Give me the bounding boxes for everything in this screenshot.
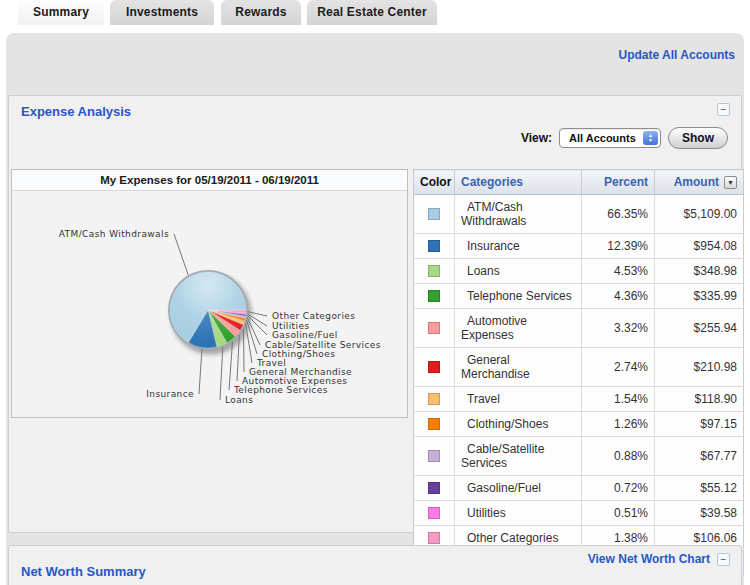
expense-table: Color Categories Percent Amount ▼ ATM/Ca… xyxy=(413,169,744,576)
expense-table-body: ATM/Cash Withdrawals66.35%$5,109.00Insur… xyxy=(414,195,744,576)
tab-summary[interactable]: Summary xyxy=(18,0,104,25)
category-cell: Insurance xyxy=(455,234,582,259)
color-cell xyxy=(414,284,455,309)
pie-slice-label: Automotive Expenses xyxy=(242,376,347,386)
pie-slice-label: Other Categories xyxy=(272,311,355,321)
category-cell: Clothing/Shoes xyxy=(455,412,582,437)
category-color-swatch xyxy=(428,240,440,252)
category-cell: Travel xyxy=(455,387,582,412)
amount-header-label: Amount xyxy=(674,175,719,189)
pie-chart: ATM/Cash WithdrawalsInsuranceLoansTeleph… xyxy=(12,191,407,417)
color-cell xyxy=(414,501,455,526)
percent-cell: 66.35% xyxy=(582,195,655,234)
pie-callout-line xyxy=(244,329,245,373)
pie-slice-label: ATM/Cash Withdrawals xyxy=(59,229,169,239)
category-cell: Loans xyxy=(455,259,582,284)
category-cell: General Merchandise xyxy=(455,348,582,387)
category-color-swatch xyxy=(428,393,440,405)
accounts-select[interactable]: All Accounts ▲▼ xyxy=(559,128,661,148)
amount-cell: $335.99 xyxy=(655,284,744,309)
column-header-percent[interactable]: Percent xyxy=(582,170,655,195)
percent-cell: 0.72% xyxy=(582,476,655,501)
category-cell: Gasoline/Fuel xyxy=(455,476,582,501)
category-cell: Utilities xyxy=(455,501,582,526)
pie-slice-label: Loans xyxy=(225,395,253,405)
table-row: Utilities0.51%$39.58 xyxy=(414,501,744,526)
view-controls: View: All Accounts ▲▼ Show xyxy=(521,127,728,149)
pie-chart-title: My Expenses for 05/19/2011 - 06/19/2011 xyxy=(12,170,407,191)
table-row: Gasoline/Fuel0.72%$55.12 xyxy=(414,476,744,501)
content-wrapper: Update All Accounts Expense Analysis − V… xyxy=(6,33,744,585)
amount-cell: $97.15 xyxy=(655,412,744,437)
amount-cell: $348.98 xyxy=(655,259,744,284)
amount-cell: $55.12 xyxy=(655,476,744,501)
tab-investments[interactable]: Investments xyxy=(110,0,214,25)
amount-cell: $954.08 xyxy=(655,234,744,259)
sort-icon[interactable]: ▼ xyxy=(724,176,737,189)
amount-cell: $67.77 xyxy=(655,437,744,476)
update-all-accounts-link[interactable]: Update All Accounts xyxy=(619,48,735,62)
color-cell xyxy=(414,234,455,259)
percent-cell: 3.32% xyxy=(582,309,655,348)
category-color-swatch xyxy=(428,418,440,430)
color-cell xyxy=(414,348,455,387)
expense-pie-panel: My Expenses for 05/19/2011 - 06/19/2011 … xyxy=(11,169,408,418)
pie-callout-line xyxy=(246,324,252,363)
view-label: View: xyxy=(521,131,552,145)
category-color-swatch xyxy=(428,290,440,302)
column-header-categories[interactable]: Categories xyxy=(455,170,582,195)
pie-chart-svg: ATM/Cash WithdrawalsInsuranceLoansTeleph… xyxy=(12,191,407,417)
percent-cell: 4.36% xyxy=(582,284,655,309)
net-worth-section: Net Worth Summary View Net Worth Chart − xyxy=(8,545,742,585)
expense-table-header-row: Color Categories Percent Amount ▼ xyxy=(414,170,744,195)
collapse-networth-icon[interactable]: − xyxy=(717,553,730,566)
select-stepper-icon: ▲▼ xyxy=(643,131,658,145)
show-button[interactable]: Show xyxy=(668,127,728,149)
category-color-swatch xyxy=(428,265,440,277)
category-color-swatch xyxy=(428,482,440,494)
tab-rewards[interactable]: Rewards xyxy=(221,0,301,25)
pie-callout-line xyxy=(199,350,202,395)
percent-cell: 1.54% xyxy=(582,387,655,412)
pie-callout-line xyxy=(174,234,188,275)
category-color-swatch xyxy=(428,361,440,373)
amount-cell: $210.98 xyxy=(655,348,744,387)
table-row: Travel1.54%$118.90 xyxy=(414,387,744,412)
color-cell xyxy=(414,195,455,234)
category-color-swatch xyxy=(428,322,440,334)
percent-cell: 4.53% xyxy=(582,259,655,284)
view-net-worth-chart-link[interactable]: View Net Worth Chart xyxy=(588,552,710,566)
net-worth-title: Net Worth Summary xyxy=(21,564,146,579)
color-cell xyxy=(414,259,455,284)
table-row: Insurance12.39%$954.08 xyxy=(414,234,744,259)
amount-cell: $5,109.00 xyxy=(655,195,744,234)
percent-cell: 1.26% xyxy=(582,412,655,437)
table-row: General Merchandise2.74%$210.98 xyxy=(414,348,744,387)
category-cell: ATM/Cash Withdrawals xyxy=(455,195,582,234)
category-cell: Automotive Expenses xyxy=(455,309,582,348)
category-cell: Telephone Services xyxy=(455,284,582,309)
tab-bar: Summary Investments Rewards Real Estate … xyxy=(0,0,750,25)
table-row: Telephone Services4.36%$335.99 xyxy=(414,284,744,309)
page: Summary Investments Rewards Real Estate … xyxy=(0,0,750,585)
percent-cell: 12.39% xyxy=(582,234,655,259)
pie-slice-label: Travel xyxy=(256,358,286,368)
category-cell: Cable/Satellite Services xyxy=(455,437,582,476)
table-row: ATM/Cash Withdrawals66.35%$5,109.00 xyxy=(414,195,744,234)
pie-slice-label: Clothing/Shoes xyxy=(262,349,335,359)
column-header-color: Color xyxy=(414,170,455,195)
percent-cell: 0.88% xyxy=(582,437,655,476)
pie-slice-label: Cable/Satellite Services xyxy=(265,340,381,350)
collapse-expense-icon[interactable]: − xyxy=(717,103,730,116)
category-color-swatch xyxy=(428,208,440,220)
tab-real-estate-center[interactable]: Real Estate Center xyxy=(307,0,437,25)
percent-cell: 2.74% xyxy=(582,348,655,387)
pie-slice-label: Utilities xyxy=(272,321,309,331)
category-color-swatch xyxy=(428,532,440,544)
category-color-swatch xyxy=(428,450,440,462)
category-color-swatch xyxy=(428,507,440,519)
column-header-amount[interactable]: Amount ▼ xyxy=(655,170,744,195)
color-cell xyxy=(414,309,455,348)
color-cell xyxy=(414,412,455,437)
percent-cell: 0.51% xyxy=(582,501,655,526)
